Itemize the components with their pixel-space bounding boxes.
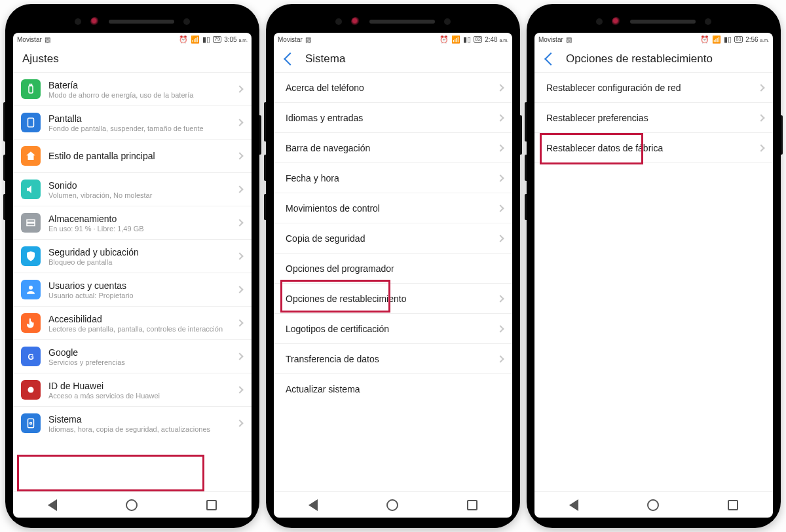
svg-rect-4 — [27, 223, 35, 226]
row-title: Opciones del programador — [286, 263, 490, 274]
row-title: Transferencia de datos — [286, 354, 490, 364]
nav-recent-icon[interactable] — [728, 500, 738, 510]
battery-icon: 81 — [734, 36, 743, 43]
chevron-right-icon — [236, 219, 243, 226]
back-arrow-icon[interactable] — [284, 52, 297, 66]
settings-row-almacenamiento[interactable]: AlmacenamientoEn uso: 91 % · Libre: 1,49… — [13, 206, 252, 240]
chevron-right-icon — [496, 355, 504, 362]
row-subtitle: Acceso a más servicios de Huawei — [48, 392, 229, 400]
battery-icon: 79 — [213, 36, 221, 43]
wifi-icon: 📶 — [712, 36, 721, 43]
signal-icon: ▮▯ — [724, 36, 732, 43]
list-item[interactable]: Transferencia de datos — [274, 344, 512, 374]
settings-row-seguridad[interactable]: Seguridad y ubicaciónBloqueo de pantalla — [13, 240, 252, 273]
nav-back-icon[interactable] — [309, 499, 318, 511]
list-item-restablecer-fabrica[interactable]: Restablecer datos de fábrica — [534, 133, 773, 163]
row-title: Restablecer datos de fábrica — [546, 143, 751, 153]
carrier-label: Movistar — [278, 36, 303, 43]
chevron-right-icon — [236, 119, 243, 126]
status-bar: Movistar ▧ ⏰ 📶 ▮▯ 79 3:05 a.m. — [13, 33, 252, 46]
settings-row-sonido[interactable]: SonidoVolumen, vibración, No molestar — [13, 173, 252, 206]
screen: Movistar ▧ ⏰ 📶 ▮▯ 79 3:05 a.m. Ajustes B… — [13, 33, 252, 518]
row-subtitle: Bloqueo de pantalla — [48, 258, 229, 266]
row-subtitle: Usuario actual: Propietario — [48, 292, 229, 299]
back-arrow-icon[interactable] — [544, 52, 557, 66]
nav-recent-icon[interactable] — [206, 500, 217, 510]
row-title: Fecha y hora — [286, 173, 490, 183]
picture-icon: ▧ — [566, 36, 572, 43]
display-icon — [21, 113, 41, 132]
list-item[interactable]: Actualizar sistema — [274, 374, 512, 404]
huawei-icon — [21, 380, 41, 400]
chevron-right-icon — [496, 174, 504, 181]
chevron-right-icon — [757, 84, 764, 91]
system-list: Acerca del teléfono Idiomas y entradas B… — [274, 73, 512, 491]
settings-row-bateria[interactable]: BateríaModo de ahorro de energía, uso de… — [13, 73, 252, 106]
list-item[interactable]: Movimientos de control — [274, 193, 512, 223]
carrier-label: Movistar — [538, 36, 563, 43]
list-item[interactable]: Acerca del teléfono — [274, 73, 512, 103]
system-icon — [21, 413, 41, 433]
list-item[interactable]: Opciones del programador — [274, 254, 512, 284]
user-icon — [21, 280, 41, 299]
list-item[interactable]: Restablecer configuración de red — [534, 73, 773, 103]
settings-row-google[interactable]: G GoogleServicios y preferencias — [13, 340, 252, 373]
page-title: Sistema — [305, 52, 345, 66]
status-bar: Movistar▧ ⏰ 📶 ▮▯ 82 2:48 a.m. — [274, 33, 512, 46]
list-item[interactable]: Logotipos de certificación — [274, 314, 512, 344]
side-button — [259, 115, 261, 155]
wifi-icon: 📶 — [451, 36, 460, 43]
settings-row-pantalla[interactable]: PantallaFondo de pantalla, suspender, ta… — [13, 106, 252, 140]
svg-rect-2 — [28, 118, 34, 127]
home-icon — [21, 146, 41, 166]
chevron-right-icon — [496, 295, 504, 302]
list-item[interactable]: Restablecer preferencias — [534, 103, 773, 133]
list-item[interactable]: Idiomas y entradas — [274, 103, 512, 133]
nav-back-icon[interactable] — [569, 499, 578, 511]
row-title: Copia de seguridad — [286, 233, 490, 244]
nav-bar — [13, 491, 252, 518]
status-bar: Movistar▧ ⏰ 📶 ▮▯ 81 2:56 a.m. — [534, 33, 773, 46]
row-subtitle: En uso: 91 % · Libre: 1,49 GB — [48, 225, 229, 233]
side-button — [3, 155, 5, 181]
phone-frame-3: Movistar▧ ⏰ 📶 ▮▯ 81 2:56 a.m. Opciones d… — [527, 4, 781, 528]
chevron-right-icon — [236, 152, 243, 159]
carrier-label: Movistar — [17, 36, 42, 43]
row-title: Movimientos de control — [286, 203, 490, 214]
row-title: Actualizar sistema — [286, 384, 490, 394]
svg-rect-8 — [28, 419, 34, 428]
nav-home-icon[interactable] — [386, 499, 398, 511]
clock-label: 3:05 a.m. — [224, 36, 248, 43]
row-title: Sonido — [48, 180, 229, 191]
google-icon: G — [21, 347, 41, 366]
row-title: Logotipos de certificación — [286, 324, 490, 334]
settings-row-accesibilidad[interactable]: AccesibilidadLectores de pantalla, panta… — [13, 307, 252, 340]
row-title: Almacenamiento — [48, 214, 229, 224]
row-title: Acerca del teléfono — [286, 83, 490, 93]
nav-home-icon[interactable] — [647, 499, 659, 511]
settings-row-estilo[interactable]: Estilo de pantalla principal — [13, 140, 252, 173]
row-title: Barra de navegación — [286, 143, 490, 153]
list-item[interactable]: Fecha y hora — [274, 163, 512, 193]
settings-row-usuarios[interactable]: Usuarios y cuentasUsuario actual: Propie… — [13, 273, 252, 307]
chevron-right-icon — [496, 114, 504, 121]
list-item-opciones-restablecimiento[interactable]: Opciones de restablecimiento — [274, 284, 512, 314]
row-title: Restablecer preferencias — [546, 113, 751, 123]
chevron-right-icon — [496, 325, 504, 332]
row-title: Opciones de restablecimiento — [286, 294, 490, 304]
sound-icon — [21, 180, 41, 199]
nav-back-icon[interactable] — [48, 499, 57, 511]
nav-bar — [534, 491, 773, 518]
svg-point-5 — [29, 286, 33, 290]
hand-icon — [21, 313, 41, 333]
settings-row-sistema[interactable]: SistemaIdiomas, hora, copia de seguridad… — [13, 407, 252, 440]
row-title: Idiomas y entradas — [286, 113, 490, 123]
list-item[interactable]: Copia de seguridad — [274, 223, 512, 254]
settings-row-huawei[interactable]: ID de HuaweiAcceso a más servicios de Hu… — [13, 373, 252, 407]
nav-home-icon[interactable] — [126, 499, 138, 511]
chevron-right-icon — [236, 386, 243, 393]
nav-recent-icon[interactable] — [467, 500, 477, 510]
row-subtitle: Modo de ahorro de energía, uso de la bat… — [48, 91, 229, 99]
row-title: Batería — [48, 80, 229, 90]
list-item[interactable]: Barra de navegación — [274, 133, 512, 163]
